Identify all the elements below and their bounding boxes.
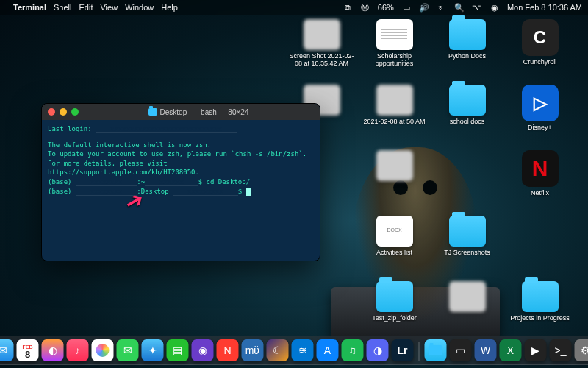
siri-icon[interactable]: ◉ [490,2,500,13]
desktop-icon-label: Netflix [531,189,549,197]
terminal-window[interactable]: Desktop — -bash — 80×24 Last login: xxxx… [41,103,320,261]
desktop-icon[interactable]: Test_zip_folder [359,281,429,344]
dock-firefox-icon[interactable]: ◐ [42,339,64,361]
dock-tool-icon[interactable]: ⚙ [575,339,589,361]
desktop-icon-label: 2021-02-08 at 50 AM [363,118,425,125]
menu-help[interactable]: Help [161,3,178,12]
desktop-icon[interactable]: school docs [432,85,502,147]
dock-lightroom-icon[interactable]: Lr [392,339,414,361]
dock-podcasts-icon[interactable]: ◉ [192,339,214,361]
terminal-cursor [246,188,251,196]
menubar: Terminal Shell Edit View Window Help ⧉ Ⓜ… [0,0,588,15]
dock-mail-icon[interactable]: ✉ [0,339,14,361]
folder-icon [449,216,486,247]
dock-doc-recent-2-icon[interactable]: W [475,339,497,361]
term-command-1: $ cd Desktop/ [198,178,250,185]
screen-record-icon[interactable]: ⧉ [343,2,353,13]
control-center-icon[interactable]: ⌥ [472,2,482,13]
dock-photos-icon[interactable] [92,339,114,361]
app-icon: C [522,19,559,56]
desktop-icon[interactable]: NNetflix [505,150,575,213]
dock: ☺✉FEB8◐♪✉✦▤◉Nmῠ☾≋A♫◑Lr▭WX▶>_⚙🗑 [0,336,588,365]
folder-icon [376,281,413,312]
dock-spotify-icon[interactable]: ♫ [342,339,364,361]
image-thumbnail-icon [376,150,413,181]
document-icon [376,19,413,50]
term-line-4: For more details, please visit https://s… [48,159,314,177]
dock-news-icon[interactable]: N [217,339,239,361]
desktop-icon[interactable]: CCrunchyroll [505,19,575,82]
desktop-icon[interactable]: TJ Screenshots [432,216,502,278]
term-prompt-2-dollar: $ [238,188,246,195]
dock-doc-recent-1-icon[interactable]: ▭ [450,339,472,361]
docx-icon: DOCX [376,216,413,247]
menu-edit[interactable]: Edit [79,3,93,12]
desktop-icon-label: Projects in Progress [510,314,570,322]
dock-doc-recent-4-icon[interactable]: ▶ [525,339,547,361]
desktop-icon-label: school docs [450,118,485,125]
dock-stellarium-icon[interactable]: ☾ [267,339,289,361]
zoom-button[interactable] [71,108,79,116]
terminal-titlebar[interactable]: Desktop — -bash — 80×24 [42,104,320,120]
dock-messages-icon[interactable]: ✉ [117,339,139,361]
desktop-icon-label: Screen Shot 2021-02-08 at 10.35.42 AM [288,52,356,68]
desktop-icon[interactable]: DOCXActivities list [359,216,429,278]
term-line-3: To update your account to use zsh, pleas… [48,149,314,159]
menu-view[interactable]: View [100,3,118,12]
dock-downloads-icon[interactable] [425,339,447,361]
desktop-icon-label: Python Docs [448,52,486,60]
folder-icon [148,108,157,116]
desktop-icon[interactable]: Screen Shot 2021-02-08 at 10.35.42 AM [287,19,356,82]
desktop-icon[interactable] [359,150,429,213]
app-icon: ▷ [522,85,559,121]
search-icon[interactable]: 🔍 [454,2,465,13]
desktop-icon-label: Disney+ [528,124,552,131]
term-line-2: The default interactive shell is now zsh… [48,141,314,150]
volume-icon[interactable]: 🔊 [419,2,429,13]
minimize-button[interactable] [60,108,67,116]
battery-icon[interactable]: ▭ [401,2,412,13]
dock-separator [419,342,420,361]
folder-icon [522,281,559,312]
desktop-icon[interactable] [432,281,502,344]
battery-percent[interactable]: 66% [378,3,394,12]
menu-shell[interactable]: Shell [54,3,71,12]
dock-calendar-icon[interactable]: FEB8 [17,339,39,361]
folder-icon [449,85,486,116]
menubar-app-name[interactable]: Terminal [13,3,46,12]
wifi-icon[interactable]: ᯤ [437,2,447,13]
desktop-icon-label: Test_zip_folder [372,314,417,322]
dock-terminal-icon[interactable]: >_ [550,339,572,361]
image-thumbnail-icon [449,281,486,312]
dock-vscode-icon[interactable]: ≋ [292,339,314,361]
term-prompt-1-base: (base) [48,178,76,185]
term-prompt-2-path: :Desktop [137,188,173,195]
vpn-icon[interactable]: Ⓜ [360,2,370,13]
folder-icon [449,19,486,50]
desktop-icon-label: Scholarship opportunities [361,52,429,68]
desktop-icon[interactable]: 2021-02-08 at 50 AM [359,85,429,147]
dock-musescore-icon[interactable]: mῠ [242,339,264,361]
terminal-title: Desktop — -bash — 80×24 [160,108,249,116]
desktop-icon[interactable]: Projects in Progress [505,281,575,344]
dock-doc-recent-3-icon[interactable]: X [500,339,522,361]
desktop-icon[interactable]: Python Docs [432,19,502,82]
dock-safari-icon[interactable]: ✦ [142,339,164,361]
image-thumbnail-icon [376,85,413,116]
app-icon: N [522,150,559,187]
desktop-icon-label: Activities list [376,249,412,256]
desktop-icon[interactable]: ▷Disney+ [505,85,575,147]
dock-appstore-icon[interactable]: A [317,339,339,361]
terminal-body[interactable]: Last login: xxxxxxxxxxxxxxxxxxxxxxxxxxxx… [42,120,320,261]
desktop: Terminal Shell Edit View Window Help ⧉ Ⓜ… [0,0,588,368]
desktop-icon[interactable]: Scholarship opportunities [359,19,429,82]
desktop-icons-grid: Screen Shot 2021-02-08 at 10.35.42 AMSch… [287,19,581,344]
menu-window[interactable]: Window [125,3,154,12]
dock-music-icon[interactable]: ♪ [67,339,89,361]
menubar-clock[interactable]: Mon Feb 8 10:36 AM [507,3,582,12]
close-button[interactable] [48,108,55,116]
dock-numbers-icon[interactable]: ▤ [167,339,189,361]
term-prompt-1-path: :~ [137,178,145,185]
dock-discord-icon[interactable]: ◑ [367,339,389,361]
desktop-icon-label: TJ Screenshots [444,249,490,256]
